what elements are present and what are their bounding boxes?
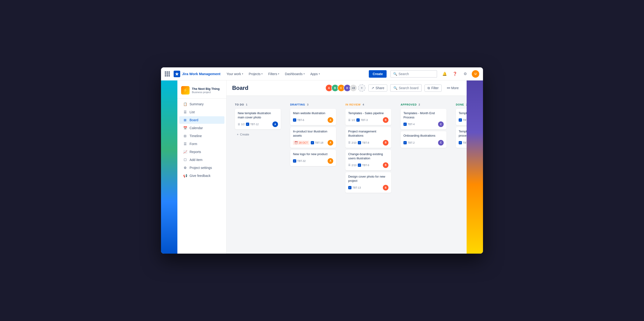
user-avatar[interactable]: U: [472, 70, 479, 78]
create-button[interactable]: Create: [369, 70, 386, 78]
card-title: Main website illustration: [293, 111, 333, 115]
card-tbt2[interactable]: Onboarding illustrations ✓ TBT-2 C: [401, 131, 446, 148]
column-label-todo: TO DO: [235, 103, 244, 106]
card-meta: ☰ 2/10 ✓ TBT-9 B: [348, 162, 388, 168]
card-title: New template illustration main cover pho…: [238, 111, 278, 120]
sidebar-item-list[interactable]: ☰ List: [179, 108, 224, 116]
sidebar-item-timeline[interactable]: ⊟ Timeline: [179, 132, 224, 140]
sidebar-item-add-item[interactable]: ☐ Add item: [179, 156, 224, 164]
card-id: ✓ TBT-3: [459, 141, 466, 144]
jira-logo-icon: [174, 71, 180, 77]
sidebar-item-reports[interactable]: 📈 Reports: [179, 148, 224, 156]
card-tbt13[interactable]: Design cover photo for new project ✓ TBT…: [346, 172, 391, 193]
clock-icon: ⏰: [294, 141, 298, 144]
nav-actions: 🔔 ❓ ⚙ U: [441, 70, 479, 78]
nav-filters[interactable]: Filters ▾: [266, 71, 282, 77]
nav-projects[interactable]: Projects ▾: [246, 71, 265, 77]
card-id: ✓ TBT-4: [404, 122, 415, 126]
global-search[interactable]: 🔍 Search: [390, 70, 437, 78]
card-tags: ☰ 2/10 ✓ TBT-8: [348, 141, 369, 144]
sidebar-item-form[interactable]: ☰ Form: [179, 140, 224, 148]
card-subtask: ☰ 2/10: [348, 164, 356, 166]
plus-icon: +: [237, 133, 239, 136]
card-avatar: B: [383, 117, 388, 123]
sidebar-item-summary[interactable]: 📋 Summary: [179, 100, 224, 108]
project-header: ⚡ The Next Big Thing Business project: [178, 84, 226, 98]
left-color-bar: [161, 80, 178, 254]
check-icon: ✓: [404, 122, 407, 126]
card-tbt32[interactable]: New logo for new product ✓ TBT-32 A: [290, 150, 336, 166]
check-icon: ✓: [293, 118, 296, 122]
filter-button[interactable]: ⧉ Filter: [424, 84, 442, 92]
card-avatar: A: [272, 122, 278, 127]
card-tbt4[interactable]: Templates - Month End Process ✓ TBT-4 C: [401, 109, 446, 130]
sidebar-item-project-settings[interactable]: ⚙ Project settings: [179, 164, 224, 172]
sidebar-item-board[interactable]: ⊞ Board: [179, 116, 224, 124]
card-title: Templates - Month End Process: [404, 111, 444, 120]
create-button[interactable]: + Create: [235, 131, 281, 138]
column-count-todo: 1: [246, 103, 247, 106]
card-id: ✓ TBT-8: [358, 141, 369, 144]
card-avatar: B: [383, 162, 388, 168]
card-tbt12[interactable]: New template illustration main cover pho…: [235, 109, 281, 130]
nav-apps[interactable]: Apps ▾: [308, 71, 322, 77]
check-icon: ✓: [404, 141, 407, 144]
add-avatar-button[interactable]: +: [358, 84, 366, 92]
form-icon: ☰: [183, 142, 187, 146]
card-subtask: ☰ 1/2: [348, 118, 355, 122]
column-label-done: DONE: [456, 103, 464, 106]
due-date: ⏰ 28 OCT: [293, 140, 309, 145]
board-body: TO DO 1 New template illustration main c…: [226, 96, 466, 254]
card-avatar: A: [328, 117, 333, 123]
project-info: The Next Big Thing Business project: [192, 87, 220, 94]
column-drafting: DRAFTING 3 Main website illustration ✓ T…: [287, 100, 339, 194]
column-inreview: IN REVIEW 4 Templates - Sales pipeline ☰…: [342, 100, 394, 198]
search-board-input[interactable]: 🔍 Search board: [390, 84, 422, 92]
card-tags: ⏰ 28 OCT ✓ TBT-18: [293, 140, 324, 145]
card-tbt1[interactable]: Templates - Asset creation ✓ TBT-1 D: [456, 109, 466, 125]
settings-icon: ⚙: [183, 166, 187, 170]
project-type: Business project: [192, 91, 220, 94]
chevron-icon: ▾: [304, 72, 305, 75]
jira-logo[interactable]: Jira Work Management: [174, 71, 220, 77]
column-approved: APPROVED 2 Templates - Month End Process…: [398, 100, 449, 194]
notifications-icon[interactable]: 🔔: [441, 70, 448, 78]
card-tbt18[interactable]: In-product tour illustration assets ⏰ 28…: [290, 127, 336, 148]
card-tbt6[interactable]: Main website illustration ✓ TBT-6 A: [290, 109, 336, 125]
card-tbt8[interactable]: Project management illustrations ☰ 2/10 …: [346, 127, 391, 148]
help-icon[interactable]: ❓: [451, 70, 459, 78]
nav-your-work[interactable]: Your work ▾: [224, 71, 246, 77]
card-id: ✓ TBT-18: [311, 141, 324, 144]
settings-icon[interactable]: ⚙: [462, 70, 469, 78]
avatar-group: A B C D +3 +: [325, 84, 366, 92]
card-meta: ⏰ 28 OCT ✓ TBT-18 A: [293, 140, 333, 146]
card-tags: ☰ 1/2 ✓ TBT-3: [348, 118, 368, 122]
logo-text: Jira Work Management: [182, 72, 220, 76]
card-id: ✓ TBT-13: [348, 186, 361, 189]
column-count-inreview: 4: [362, 103, 364, 106]
card-avatar: A: [328, 158, 333, 164]
card-title: Templates - Sales pipeline: [348, 111, 388, 115]
card-tbt9[interactable]: Change-boarding existing users illustrat…: [346, 150, 391, 170]
column-header-approved: APPROVED 2: [401, 103, 446, 106]
more-button[interactable]: ••• More: [444, 85, 461, 91]
chevron-icon: ▾: [242, 72, 243, 75]
check-icon: ✓: [459, 118, 462, 122]
check-icon: ✓: [246, 122, 249, 126]
apps-grid-icon[interactable]: [165, 71, 170, 76]
card-meta: ✓ TBT-13 B: [348, 185, 388, 190]
column-count-drafting: 3: [307, 103, 308, 106]
share-button[interactable]: ↗ Share: [368, 84, 387, 92]
card-avatar: C: [438, 122, 444, 127]
sidebar-item-give-feedback[interactable]: 📢 Give feedback: [179, 172, 224, 180]
card-meta: ☰ 1/2 ✓ TBT-3 B: [348, 117, 388, 123]
check-icon: ✓: [293, 159, 296, 162]
card-tbt3-done[interactable]: Templates - Website design process ✓ TBT…: [456, 127, 466, 148]
card-title: In-product tour illustration assets: [293, 130, 333, 138]
search-icon: 🔍: [393, 72, 397, 76]
sidebar-item-calendar[interactable]: 📅 Calendar: [179, 124, 224, 132]
card-id: ✓ TBT-3: [356, 118, 368, 122]
chevron-icon: ▾: [278, 72, 279, 75]
nav-dashboards[interactable]: Dashboards ▾: [282, 71, 307, 77]
card-tbt3-review[interactable]: Templates - Sales pipeline ☰ 1/2 ✓ TBT-3: [346, 109, 391, 125]
